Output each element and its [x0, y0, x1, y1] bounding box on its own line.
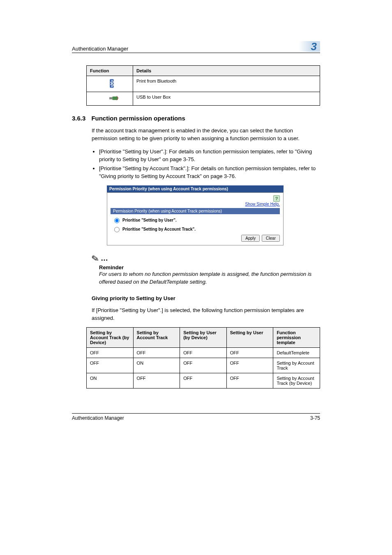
bluetooth-icon [109, 84, 115, 89]
section-title: Function permission operations [91, 115, 185, 122]
ellipsis-icon: … [101, 254, 109, 263]
cell: OFF [180, 358, 227, 373]
chapter-number-badge: 3 [299, 41, 320, 52]
table-row: Print from Bluetooth [87, 76, 320, 92]
cell: OFF [180, 373, 227, 388]
radio-label: Prioritise "Setting by User". [122, 218, 177, 222]
col-details: Details [133, 66, 320, 76]
footer-left: Authentication Manager [72, 415, 124, 421]
col-head: Setting by User [226, 328, 273, 348]
cell: OFF [133, 348, 180, 358]
function-details-table: Function Details Print from Bluetooth [86, 65, 320, 106]
svg-rect-1 [109, 97, 112, 99]
col-function: Function [87, 66, 133, 76]
radio-input-account-track[interactable] [114, 227, 120, 232]
header-rule [72, 53, 320, 53]
cell: OFF [87, 348, 134, 358]
note-heading: Reminder [99, 264, 320, 271]
col-head: Setting by User (by Device) [180, 328, 227, 348]
table-row: OFF OFF OFF OFF DefaultTemplete [87, 348, 320, 358]
priority-table: Setting by Account Track (by Device) Set… [86, 327, 320, 388]
radio-prioritise-user[interactable]: Prioritise "Setting by User". [112, 217, 278, 223]
footer-rule [72, 413, 320, 414]
col-head: Setting by Account Track (by Device) [87, 328, 134, 348]
cell: OFF [226, 373, 273, 388]
section-number: 3.6.3 [72, 115, 85, 122]
running-header: Authentication Manager [72, 46, 128, 52]
cell: OFF [87, 358, 134, 373]
cell: OFF [133, 373, 180, 388]
pen-icon: ✎ [91, 253, 100, 265]
radio-input-user[interactable] [114, 218, 120, 223]
cell: OFF [226, 358, 273, 373]
usb-icon [109, 98, 120, 103]
cell: ON [87, 373, 134, 388]
cell: ON [133, 358, 180, 373]
cell: Setting by Account Track (by Device) [273, 373, 320, 388]
list-item: [Prioritise "Setting by Account Track".]… [99, 165, 320, 180]
panel-section-header: Permission Priority (when using Account … [111, 208, 280, 214]
show-simple-help-link[interactable]: Show Simple Help. [245, 202, 280, 206]
help-icon[interactable]: ? [273, 195, 280, 202]
col-head: Setting by Account Track [133, 328, 180, 348]
radio-label: Prioritise "Setting by Account Track". [122, 227, 196, 231]
cell: Setting by Account Track [273, 358, 320, 373]
detail-cell: USB to User Box [133, 92, 320, 106]
cell: OFF [226, 348, 273, 358]
table-row: USB to User Box [87, 92, 320, 106]
section-intro: If the account track management is enabl… [92, 127, 320, 143]
radio-prioritise-account-track[interactable]: Prioritise "Setting by Account Track". [112, 226, 278, 232]
permission-priority-panel: Permission Priority (when using Account … [107, 185, 284, 245]
subsection-title: Giving priority to Setting by User [92, 295, 320, 301]
table-row: OFF ON OFF OFF Setting by Account Track [87, 358, 320, 373]
page-number: 3-75 [310, 415, 320, 421]
list-item: [Prioritise "Setting by User".]: For det… [99, 148, 320, 164]
col-head: Function permission template [273, 328, 320, 348]
note-body: For users to whom no function permission… [99, 271, 320, 286]
clear-button[interactable]: Clear [262, 235, 280, 242]
subsection-intro: If [Prioritise "Setting by User".] is se… [92, 307, 320, 322]
section-bullets: [Prioritise "Setting by User".]: For det… [92, 148, 320, 180]
table-row: ON OFF OFF OFF Setting by Account Track … [87, 373, 320, 388]
apply-button[interactable]: Apply [241, 235, 260, 242]
cell: OFF [180, 348, 227, 358]
panel-titlebar: Permission Priority (when using Account … [107, 185, 284, 192]
detail-cell: Print from Bluetooth [133, 76, 320, 92]
cell: DefaultTemplete [273, 348, 320, 358]
